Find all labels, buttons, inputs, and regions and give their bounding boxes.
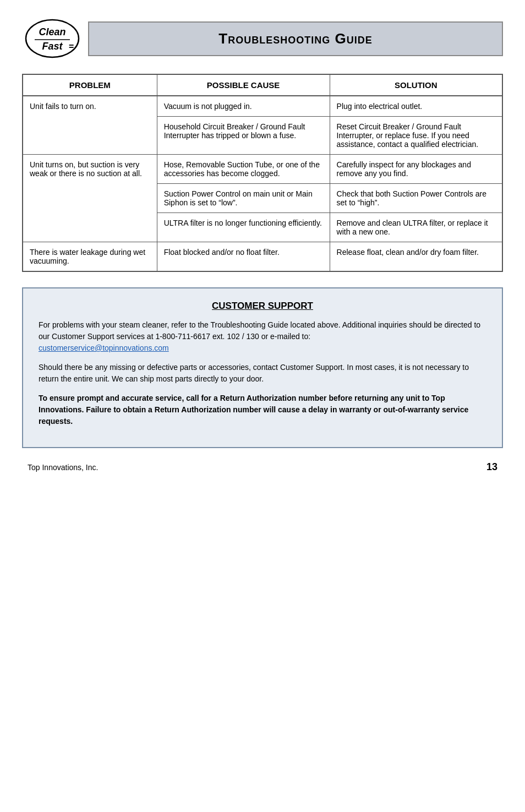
support-email-link[interactable]: customerservice@topinnovations.com xyxy=(39,344,169,352)
page-title: Troubleshooting Guide xyxy=(218,30,372,47)
svg-text:Clean: Clean xyxy=(39,26,65,37)
cell-solution: Check that both Suction Power Controls a… xyxy=(330,184,502,213)
cell-solution: Reset Circuit Breaker / Ground Fault Int… xyxy=(330,117,502,155)
support-title: CUSTOMER SUPPORT xyxy=(39,301,486,312)
col-header-solution: SOLUTION xyxy=(330,74,502,96)
cell-cause: Household Circuit Breaker / Ground Fault… xyxy=(157,117,330,155)
cell-solution: Remove and clean ULTRA filter, or replac… xyxy=(330,213,502,242)
cell-problem: Unit fails to turn on. xyxy=(23,96,157,155)
support-body: For problems with your steam cleaner, re… xyxy=(39,319,486,427)
col-header-problem: PROBLEM xyxy=(23,74,157,96)
logo-icon: Clean Fast = xyxy=(25,19,80,58)
support-para-1: For problems with your steam cleaner, re… xyxy=(39,319,486,354)
svg-text:Fast: Fast xyxy=(42,41,63,52)
cell-cause: ULTRA filter is no longer functioning ef… xyxy=(157,213,330,242)
page-header: Clean Fast = Troubleshooting Guide xyxy=(22,17,503,61)
table-header-row: PROBLEM POSSIBLE CAUSE SOLUTION xyxy=(23,74,502,96)
page-footer: Top Innovations, Inc. 13 xyxy=(22,461,503,473)
logo: Clean Fast = xyxy=(22,17,83,61)
cell-problem: Unit turns on, but suction is very weak … xyxy=(23,155,157,242)
troubleshooting-table: PROBLEM POSSIBLE CAUSE SOLUTION Unit fai… xyxy=(22,74,503,272)
table-row: Unit turns on, but suction is very weak … xyxy=(23,155,502,184)
svg-text:=: = xyxy=(69,42,74,51)
customer-support-box: CUSTOMER SUPPORT For problems with your … xyxy=(22,287,503,448)
cell-cause: Float blocked and/or no float filter. xyxy=(157,242,330,272)
cell-solution: Plug into electrical outlet. xyxy=(330,96,502,117)
cell-cause: Suction Power Control on main unit or Ma… xyxy=(157,184,330,213)
table-row: There is water leakage during wet vacuum… xyxy=(23,242,502,272)
cell-cause: Hose, Removable Suction Tube, or one of … xyxy=(157,155,330,184)
cell-solution: Carefully inspect for any blockages and … xyxy=(330,155,502,184)
cell-problem: There is water leakage during wet vacuum… xyxy=(23,242,157,272)
footer-page-number: 13 xyxy=(486,461,497,473)
footer-company: Top Innovations, Inc. xyxy=(28,463,98,472)
page-title-box: Troubleshooting Guide xyxy=(88,21,503,56)
cell-solution: Release float, clean and/or dry foam fil… xyxy=(330,242,502,272)
support-para-2: Should there be any missing or defective… xyxy=(39,362,486,385)
cell-cause: Vacuum is not plugged in. xyxy=(157,96,330,117)
support-para-3: To ensure prompt and accurate service, c… xyxy=(39,393,486,427)
table-row: Unit fails to turn on.Vacuum is not plug… xyxy=(23,96,502,117)
col-header-cause: POSSIBLE CAUSE xyxy=(157,74,330,96)
